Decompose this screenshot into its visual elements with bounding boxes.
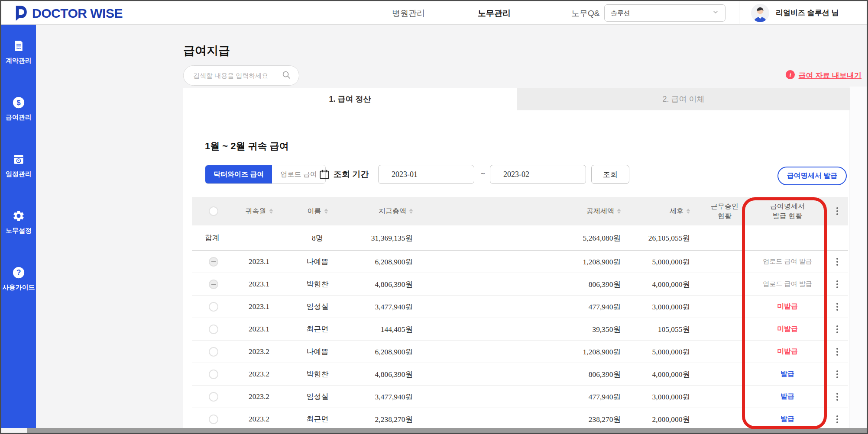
- cell-month: 2023.1: [235, 280, 283, 289]
- row-kebab-menu-icon[interactable]: [835, 279, 840, 290]
- brand-logo[interactable]: DOCTOR WISE: [13, 4, 123, 23]
- payslip-status[interactable]: 미발급: [777, 347, 798, 356]
- nav-labor-management[interactable]: 노무관리: [478, 8, 511, 19]
- date-range-separator: ~: [481, 170, 485, 178]
- lookup-button[interactable]: 조회: [591, 165, 629, 184]
- nav-labor-qna[interactable]: 노무Q&: [571, 8, 599, 19]
- cell-deduction: 238,270원: [424, 414, 632, 424]
- row-kebab-menu-icon[interactable]: [835, 301, 840, 312]
- vertical-scrollbar-track[interactable]: [849, 87, 867, 428]
- sort-icon[interactable]: [617, 209, 621, 214]
- page-title: 급여지급: [183, 43, 230, 58]
- toggle-doctorwise-salary[interactable]: 닥터와이즈 급여: [205, 165, 272, 183]
- payslip-status[interactable]: 업로드 급여 발급: [763, 257, 812, 266]
- tab-salary-settlement[interactable]: 1. 급여 정산: [183, 88, 517, 110]
- header-radio[interactable]: [209, 206, 218, 216]
- cell-deduction: 477,940원: [424, 302, 632, 312]
- payslip-status[interactable]: 미발급: [777, 325, 798, 334]
- cell-name: 임성실: [283, 392, 352, 402]
- table-row: 2023.2 최근면 2,238,270원 238,270원 2,000,000…: [192, 408, 848, 431]
- search-icon[interactable]: [282, 70, 291, 81]
- col-header-net[interactable]: 세후: [632, 207, 701, 216]
- header-kebab-menu-icon[interactable]: [835, 206, 840, 217]
- sidebar-item-guide[interactable]: ? 사용가이드: [3, 266, 35, 292]
- row-radio[interactable]: [209, 325, 218, 334]
- table-row: 2023.2 나예쁨 6,208,900원 1,208,900원 5,000,0…: [192, 341, 848, 363]
- row-radio[interactable]: [209, 302, 218, 312]
- sidebar-item-label: 노무설정: [6, 227, 32, 235]
- row-radio[interactable]: [209, 280, 218, 289]
- toggle-upload-salary[interactable]: 업로드 급여: [272, 165, 325, 183]
- table-row: 2023.1 나예쁨 6,208,900원 1,208,900원 5,000,0…: [192, 251, 848, 273]
- horizontal-scrollbar[interactable]: [27, 428, 867, 433]
- cell-total: 2,238,270원: [352, 414, 424, 424]
- sidebar-item-contract[interactable]: 계약관리: [6, 39, 32, 65]
- sort-icon[interactable]: [687, 209, 690, 214]
- row-radio[interactable]: [209, 347, 218, 357]
- payslip-status[interactable]: 업로드 급여 발급: [763, 280, 812, 288]
- date-from-input[interactable]: [378, 165, 474, 184]
- summary-row: 합계 8명 31,369,135원 5,264,080원 26,105,055원: [192, 225, 848, 251]
- sidebar-item-schedule[interactable]: 일정관리: [6, 153, 32, 178]
- payslip-status[interactable]: 발급: [781, 415, 794, 424]
- table-row: 2023.1 최근면 144,405원 39,350원 105,055원 미발급: [192, 318, 848, 341]
- payslip-status[interactable]: 발급: [781, 370, 794, 379]
- section-title: 1월 ~ 2월 귀속 급여: [205, 140, 289, 153]
- cell-name: 최근면: [283, 324, 352, 334]
- col-header-payslip: 급여명세서발급 현황: [748, 202, 826, 220]
- calendar-icon: [319, 169, 330, 182]
- cell-month: 2023.1: [235, 302, 283, 311]
- date-to-input[interactable]: [490, 165, 586, 184]
- sort-icon[interactable]: [269, 209, 273, 214]
- sort-icon[interactable]: [409, 209, 413, 214]
- col-header-deduction[interactable]: 공제세액: [424, 207, 632, 216]
- cell-name: 박힘찬: [283, 279, 352, 289]
- col-header-name[interactable]: 이름: [283, 207, 352, 216]
- sort-icon[interactable]: [324, 209, 328, 214]
- search-input[interactable]: [193, 72, 282, 79]
- filter-row: 닥터와이즈 급여 업로드 급여 조회 기간 ~ 조회 급여명세서 발급: [183, 165, 850, 184]
- cell-total: 4,806,390원: [352, 279, 424, 289]
- salary-source-toggle: 닥터와이즈 급여 업로드 급여: [205, 165, 326, 184]
- row-radio[interactable]: [209, 415, 218, 424]
- sidebar-item-payroll[interactable]: $ 급여관리: [6, 96, 32, 122]
- row-kebab-menu-icon[interactable]: [835, 414, 840, 425]
- cell-net: 105,055원: [632, 324, 701, 334]
- summary-total: 31,369,135원: [352, 233, 424, 243]
- row-kebab-menu-icon[interactable]: [835, 391, 840, 402]
- row-radio[interactable]: [209, 257, 218, 267]
- sidebar-item-label: 계약관리: [6, 57, 32, 65]
- row-kebab-menu-icon[interactable]: [835, 346, 840, 357]
- nav-hospital-management[interactable]: 병원관리: [392, 8, 425, 19]
- cell-deduction: 1,208,900원: [424, 257, 632, 267]
- question-circle-icon: ?: [12, 266, 25, 281]
- schedule-calendar-icon: [12, 153, 25, 167]
- sidebar-item-label: 급여관리: [6, 113, 32, 122]
- cell-net: 3,000,000원: [632, 392, 701, 402]
- cell-net: 3,000,000원: [632, 302, 701, 312]
- search-box: [183, 65, 299, 86]
- cell-total: 3,477,940원: [352, 302, 424, 312]
- col-header-month[interactable]: 귀속월: [235, 207, 283, 216]
- cell-net: 4,000,000원: [632, 279, 701, 289]
- issue-payslip-button[interactable]: 급여명세서 발급: [777, 167, 847, 185]
- row-radio[interactable]: [209, 392, 218, 402]
- row-radio[interactable]: [209, 370, 218, 379]
- header-divider: [739, 1, 739, 25]
- export-payroll-link[interactable]: i 급여 자료 내보내기: [785, 70, 862, 81]
- col-header-total[interactable]: 지급총액: [352, 207, 424, 216]
- payslip-status[interactable]: 미발급: [777, 302, 798, 311]
- sidebar-item-settings[interactable]: 노무설정: [6, 209, 32, 235]
- solution-select[interactable]: 솔루션: [604, 4, 725, 22]
- cell-name: 박힘찬: [283, 369, 352, 379]
- payslip-status[interactable]: 발급: [781, 392, 794, 401]
- solution-select-value: 솔루션: [611, 9, 630, 17]
- cell-name: 최근면: [283, 414, 352, 424]
- tab-salary-transfer[interactable]: 2. 급여 이체: [517, 88, 850, 110]
- export-link-label: 급여 자료 내보내기: [799, 71, 862, 80]
- row-kebab-menu-icon[interactable]: [835, 324, 840, 335]
- row-kebab-menu-icon[interactable]: [835, 256, 840, 267]
- row-kebab-menu-icon[interactable]: [835, 369, 840, 380]
- sidebar-item-label: 일정관리: [6, 170, 32, 178]
- avatar[interactable]: [751, 4, 769, 22]
